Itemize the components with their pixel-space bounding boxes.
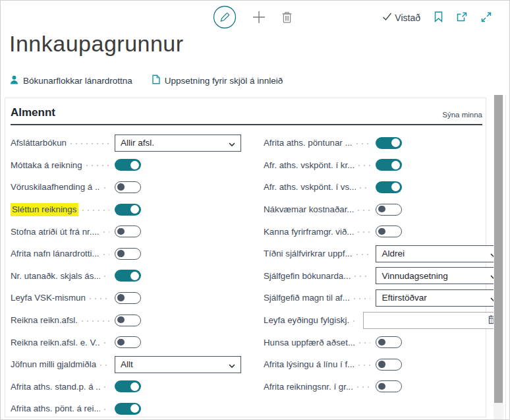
select-input[interactable]: Allir afsl. [115,135,241,152]
toggle-knob [378,339,385,346]
dotted-leader [82,210,109,211]
leyfa-vsk-mismun-toggle[interactable] [115,292,141,304]
afrita-aths-pont-toggle[interactable] [115,403,141,415]
afrita-nafn-toggle[interactable] [115,248,141,260]
nav-links: Bókunarflokkar lánardrottna Uppsetning f… [10,75,283,86]
scrollbar-thumb[interactable] [494,95,503,403]
expand-button[interactable] [481,12,492,24]
toggle-knob [130,272,139,280]
dotted-leader [104,342,109,344]
expand-icon [481,12,492,24]
delete-button[interactable] [281,11,293,26]
nav-link-label: Bókunarflokkar lánardrottna [23,76,132,86]
toggle-knob [130,161,139,169]
afrita-aths-pontunar-toggle[interactable] [376,137,402,149]
voruskilaafhending-toggle[interactable] [115,181,141,193]
leyfa-eydingu-date-field[interactable] [363,312,503,329]
afrita-reikningsnr-toggle[interactable] [376,380,402,392]
select-input[interactable]: Aldrei [376,245,503,262]
afr-aths-vskpont-kr-toggle[interactable] [376,159,402,171]
toggle-knob [117,316,125,324]
dotted-leader [82,320,109,322]
toggle-knob [378,206,385,213]
afrita-aths-standp-toggle[interactable] [115,380,141,392]
mottaka-a-reikning-toggle[interactable] [115,159,141,171]
afr-aths-vskpont-vs-toggle[interactable] [376,181,402,193]
field-row-leyfa-eydingu: Leyfa eyðingu fylgiskj... [264,309,503,332]
field-label: Nr. utanaðk. skjals ás... [11,271,100,281]
field-label: Afrita aths. stand.p. á ... [11,382,100,392]
nakvaemar-kostnadar-toggle[interactable] [376,204,402,216]
nr-utanadk-toggle[interactable] [115,270,141,282]
field-row-afr-aths-vskpont-kr: Afr. aths. vskpönt. í kr... [264,154,503,177]
field-label: Móttaka á reikning [11,160,82,170]
stofna-atridi-toggle[interactable] [115,225,141,237]
jofnun-gjaldmidla-select[interactable]: Allt [115,356,241,373]
fields-grid: Afsláttarbókun Allir afsl. Móttaka á rei… [5,125,486,420]
plus-icon [251,9,267,27]
scrollbar-track[interactable] [494,95,503,420]
trash-icon [281,11,293,26]
dotted-leader [103,231,109,233]
dotted-leader [357,386,371,388]
dotted-leader [358,365,370,366]
general-section-card: Almennt Sýna minna Afsláttarbókun Allir … [5,98,486,417]
tidni-sjalfvirkrar-select[interactable]: Aldrei [376,245,503,262]
field-row-sjalfgefin-bokunarda: Sjálfgefin bókunarda... Vinnudagsetning [264,265,503,287]
date-input[interactable] [364,313,488,328]
field-label: Afr. aths. vskpönt. í vs... [264,182,356,192]
bookmark-button[interactable] [434,11,443,24]
show-less-link[interactable]: Sýna minna [442,111,482,119]
person-icon [10,75,18,86]
nav-link-label: Uppsetning fyrir skjöl á innleið [165,76,283,86]
dotted-leader [104,409,109,410]
field-row-afrita-aths-pont: Afrita aths. pönt. á rei... [11,398,241,420]
field-label: Leyfa eyðingu fylgiskj... [264,315,349,325]
field-label: Afsláttarbókun [11,138,67,148]
hunsa-uppfaerd-toggle[interactable] [376,336,402,348]
sjalfgefin-bokunarda-select[interactable]: Vinnudagsetning [376,267,503,284]
field-row-afslattarbokun: Afsláttarbókun Allir afsl. [11,132,241,154]
dotted-leader [90,298,109,299]
section-title: Almennt [11,106,55,119]
toggle-knob [117,294,125,301]
sjalfgefid-magn-select[interactable]: Eftirstöðvar [376,289,503,307]
incoming-documents-setup-link[interactable]: Uppsetning fyrir skjöl á innleið [152,75,283,86]
reikna-reiknafsl-toggle[interactable] [115,315,141,326]
field-row-afrita-lysingu: Afrita lýsingu á línu í f... [264,353,503,376]
field-label: Tíðni sjálfvirkrar uppf... [264,249,353,258]
afslattarbokun-select[interactable]: Allir afsl. [115,135,241,152]
field-row-nr-utanadk: Nr. utanaðk. skjals ás... [11,265,241,287]
select-input[interactable]: Vinnudagsetning [376,267,503,284]
field-row-stofna-atridi: Stofna atriði út frá nr.... [11,220,241,243]
field-row-jofnun-gjaldmidla: Jöfnun milli gjaldmiðla Allt [11,353,241,376]
select-input[interactable]: Eftirstöðvar [376,289,503,307]
dotted-leader [353,320,358,322]
field-label: Hunsa uppfærð aðset... [264,338,355,347]
document-icon [152,75,160,86]
reikna-reiknafsl-ev-toggle[interactable] [115,336,141,348]
toggle-knob [117,183,125,191]
field-label: Stofna atriði út frá nr.... [11,227,99,237]
field-row-kanna-fyrirframgr: Kanna fyrirframgr. við... [264,220,503,243]
field-label: Afrita aths. pöntunar ... [264,138,353,148]
purchases-setup-page: Vistað Innkaupagrunnur Bókunarflokkar lá… [0,0,510,420]
kanna-fyrirframgr-toggle[interactable] [376,225,402,237]
field-row-afrita-nafn: Afrita nafn lánardrotti... [11,243,241,265]
open-in-new-button[interactable] [457,12,467,24]
vendor-posting-groups-link[interactable]: Bókunarflokkar lánardrottna [10,75,132,86]
field-label: Leyfa VSK-mismun [11,293,86,303]
field-row-afrita-aths-pontunar: Afrita aths. pöntunar ... [264,132,503,154]
dotted-leader [359,342,371,344]
pencil-icon [213,5,237,31]
field-label: Sjálfgefin bókunarda... [264,271,351,281]
edit-button[interactable] [213,5,237,31]
afrita-lysingu-toggle[interactable] [376,359,402,371]
bookmark-icon [434,11,443,24]
select-input[interactable]: Allt [115,356,241,373]
new-button[interactable] [251,9,267,27]
field-row-voruskilaafhending: Vöruskilaafhending á ... [11,176,241,198]
field-label: Afrita reikningsnr. í gr... [264,382,353,392]
dotted-leader [354,276,370,277]
slettun-reiknings-toggle[interactable] [115,204,141,216]
